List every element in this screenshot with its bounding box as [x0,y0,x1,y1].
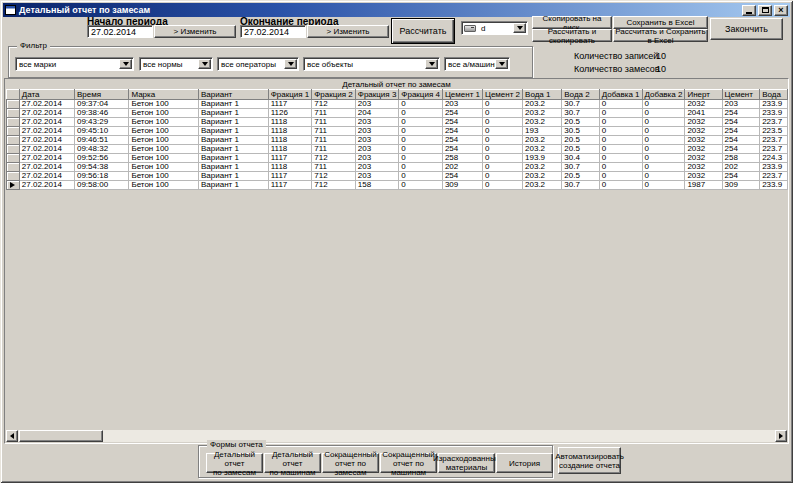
table-cell[interactable]: Бетон 100 [129,145,199,154]
table-cell[interactable]: 2032 [685,136,722,145]
chevron-down-icon[interactable] [198,59,211,69]
table-cell[interactable]: 09:38:46 [74,109,128,118]
table-cell[interactable]: 30.7 [562,181,599,190]
table-cell[interactable]: 254 [722,118,760,127]
table-cell[interactable]: 0 [482,163,522,172]
table-cell[interactable]: 09:48:32 [74,145,128,154]
calc-and-save-excel-button[interactable]: Рассчитать и Сохранить в Excel [613,29,708,42]
table-cell[interactable]: 0 [482,136,522,145]
table-cell[interactable]: 233.9 [760,163,788,172]
table-cell[interactable]: 27.02.2014 [19,163,74,172]
table-cell[interactable]: 254 [442,172,482,181]
table-cell[interactable]: 309 [722,181,760,190]
table-cell[interactable]: 0 [482,172,522,181]
table-cell[interactable]: Вариант 1 [199,163,269,172]
minimize-button[interactable] [742,5,756,16]
automate-report-button[interactable]: Автоматизировать создание отчета [558,447,621,474]
table-cell[interactable]: 223.7 [760,172,788,181]
table-cell[interactable]: 2032 [685,127,722,136]
table-cell[interactable]: Вариант 1 [199,136,269,145]
table-cell[interactable]: 0 [399,127,443,136]
table-cell[interactable]: 30.7 [562,163,599,172]
table-cell[interactable]: 1118 [268,145,312,154]
table-cell[interactable]: 0 [599,163,642,172]
table-cell[interactable]: 0 [482,127,522,136]
table-cell[interactable]: 1117 [268,100,312,109]
table-cell[interactable]: 27.02.2014 [19,100,74,109]
table-cell[interactable]: 0 [599,154,642,163]
table-cell[interactable]: 712 [312,100,356,109]
table-cell[interactable]: Бетон 100 [129,127,199,136]
table-cell[interactable]: 254 [722,127,760,136]
calculate-button[interactable]: Рассчитать [391,18,455,44]
table-cell[interactable]: 233.9 [760,109,788,118]
table-cell[interactable]: 254 [442,118,482,127]
table-cell[interactable]: Бетон 100 [129,100,199,109]
table-cell[interactable]: 0 [642,145,685,154]
table-cell[interactable]: 2032 [685,145,722,154]
table-cell[interactable]: 254 [442,145,482,154]
table-cell[interactable]: 2032 [685,172,722,181]
table-cell[interactable]: 203 [355,163,399,172]
table-cell[interactable]: 203 [355,127,399,136]
row-selector[interactable] [7,154,20,163]
table-cell[interactable]: 203.2 [523,145,562,154]
table-cell[interactable]: 1118 [268,118,312,127]
table-cell[interactable]: 09:54:38 [74,163,128,172]
table-cell[interactable]: 27.02.2014 [19,136,74,145]
table-cell[interactable]: 223.7 [760,118,788,127]
table-cell[interactable]: 1117 [268,172,312,181]
table-cell[interactable]: 0 [482,109,522,118]
table-cell[interactable]: 0 [482,118,522,127]
table-cell[interactable]: 193.9 [523,154,562,163]
filter-combo-trucks[interactable]: все а/машины [444,57,510,71]
table-cell[interactable]: Вариант 1 [199,181,269,190]
table-cell[interactable]: 254 [722,172,760,181]
table-cell[interactable]: 2041 [685,109,722,118]
table-cell[interactable]: Вариант 1 [199,127,269,136]
table-cell[interactable]: Бетон 100 [129,154,199,163]
table-cell[interactable]: 0 [399,118,443,127]
table-cell[interactable]: 203 [355,100,399,109]
table-cell[interactable]: 0 [599,181,642,190]
table-cell[interactable]: 0 [599,145,642,154]
table-cell[interactable]: 1117 [268,181,312,190]
table-cell[interactable]: 09:37:04 [74,100,128,109]
row-selector[interactable] [7,100,20,109]
table-cell[interactable]: 27.02.2014 [19,118,74,127]
table-cell[interactable]: 0 [599,118,642,127]
table-cell[interactable]: 27.02.2014 [19,181,74,190]
table-cell[interactable]: 2032 [685,100,722,109]
table-cell[interactable]: 1117 [268,154,312,163]
table-cell[interactable]: 0 [642,181,685,190]
chevron-down-icon[interactable] [513,23,526,33]
table-cell[interactable]: 0 [482,145,522,154]
period-start-change-button[interactable]: > Изменить [154,25,236,38]
table-cell[interactable]: Бетон 100 [129,163,199,172]
table-cell[interactable]: Бетон 100 [129,118,199,127]
scroll-left-button[interactable] [6,430,18,442]
table-cell[interactable]: 09:56:18 [74,172,128,181]
table-cell[interactable]: 20.5 [562,136,599,145]
table-cell[interactable]: 0 [599,136,642,145]
table-cell[interactable]: 0 [399,181,443,190]
table-cell[interactable]: 0 [642,100,685,109]
filter-combo-norms[interactable]: все нормы [139,57,213,71]
table-cell[interactable]: 203 [355,145,399,154]
table-cell[interactable]: 20.5 [562,145,599,154]
table-cell[interactable]: 203.2 [523,163,562,172]
table-cell[interactable]: 0 [642,136,685,145]
table-cell[interactable]: 27.02.2014 [19,154,74,163]
table-cell[interactable]: 1126 [268,109,312,118]
table-cell[interactable]: 27.02.2014 [19,109,74,118]
table-cell[interactable]: 711 [312,127,356,136]
drive-combobox[interactable]: d [461,21,528,35]
table-cell[interactable]: 0 [399,145,443,154]
horizontal-scrollbar[interactable] [6,430,787,442]
table-cell[interactable]: 203 [722,100,760,109]
table-cell[interactable]: 712 [312,154,356,163]
table-cell[interactable]: 0 [642,163,685,172]
table-cell[interactable]: 1118 [268,163,312,172]
table-cell[interactable]: Вариант 1 [199,172,269,181]
scrollbar-thumb[interactable] [19,430,103,442]
